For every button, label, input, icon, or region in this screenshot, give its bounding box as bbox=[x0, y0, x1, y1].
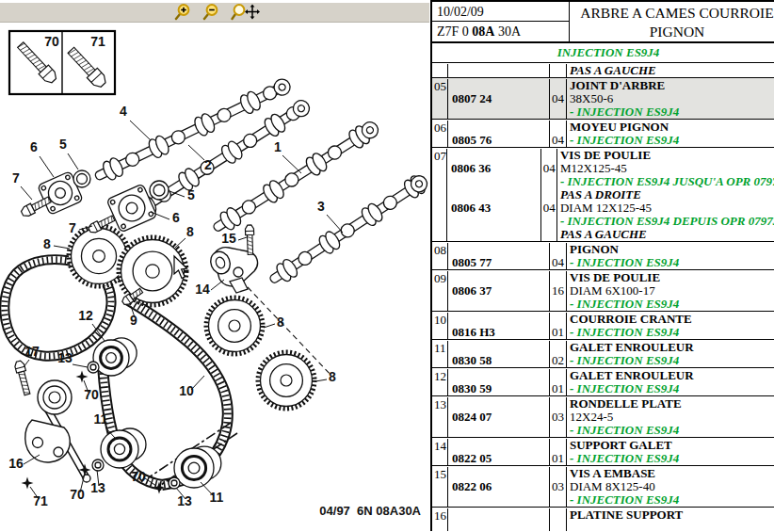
cell-ref: 0805 76 bbox=[448, 121, 550, 147]
variant-band: INJECTION ES9J4 bbox=[432, 43, 774, 63]
callout-label: 15 bbox=[221, 231, 236, 246]
diagram-toolbar bbox=[0, 3, 429, 23]
callout-label: 13 bbox=[177, 493, 192, 508]
zoom-out-icon bbox=[202, 3, 224, 22]
position-marker-star bbox=[22, 477, 34, 490]
cell-desc: PIGNON- INJECTION ES9J4 bbox=[567, 243, 774, 269]
cell-ref bbox=[448, 64, 550, 77]
cell-qty: 04 bbox=[550, 243, 567, 269]
page-title-line1: ARBRE A CAMES COURROIE bbox=[570, 4, 774, 23]
callout-label: 8 bbox=[43, 236, 51, 251]
parts-row[interactable]: 08 0805 77 04PIGNON- INJECTION ES9J4 bbox=[432, 242, 774, 270]
cell-idx: 07 bbox=[432, 149, 447, 241]
parts-row[interactable]: 14 0822 05 01SUPPORT GALET- INJECTION ES… bbox=[432, 438, 774, 466]
cell-idx: 13 bbox=[432, 397, 448, 437]
cell-desc: MOYEU PIGNON- INJECTION ES9J4 bbox=[567, 121, 774, 147]
washer bbox=[169, 477, 180, 489]
cell-qty: 04 bbox=[550, 121, 567, 147]
callout-label: 8 bbox=[277, 314, 284, 330]
bolt bbox=[245, 225, 254, 255]
cell-idx bbox=[432, 64, 448, 77]
cell-ref: 0806 36 0806 43 bbox=[447, 149, 541, 241]
parts-row[interactable]: 09 0806 37 16 VIS DE POULIEDIAM 6X100-17… bbox=[432, 270, 774, 312]
idler-roller bbox=[93, 338, 137, 376]
parts-row[interactable]: 12 0830 59 01GALET ENROULEUR- INJECTION … bbox=[432, 368, 774, 396]
cell-idx: 15 bbox=[432, 467, 448, 507]
callout-label: 12 bbox=[78, 308, 93, 323]
zoom-in-icon bbox=[173, 3, 196, 22]
drawing-reference-code: 04/97 6N 08A30A bbox=[228, 504, 421, 518]
bolt bbox=[14, 360, 32, 395]
idler-roller bbox=[101, 428, 146, 468]
cell-desc: RONDELLE PLATE12X24-5- INJECTION ES9J4 bbox=[567, 397, 774, 437]
callout-label: 3 bbox=[317, 199, 325, 214]
callout-label: 10 bbox=[179, 383, 194, 398]
zoom-pan-icon bbox=[230, 3, 262, 22]
cell-ref: 0822 06 bbox=[448, 467, 550, 507]
code-bold: 08A bbox=[472, 24, 494, 39]
page-title-line2: PIGNON bbox=[570, 23, 774, 41]
toothed-pulley bbox=[206, 298, 263, 354]
zoom-in-button[interactable] bbox=[173, 3, 198, 22]
cell-idx: 10 bbox=[432, 313, 448, 339]
cell-idx: 05 bbox=[432, 79, 448, 119]
cell-qty: 02 bbox=[550, 341, 567, 367]
parts-row[interactable]: 10 0816 H3 01COURROIE CRANTE- INJECTION … bbox=[432, 312, 774, 340]
cell-ref: 0830 58 bbox=[448, 341, 550, 367]
callout-label: 8 bbox=[186, 224, 194, 239]
cell-desc: COURROIE CRANTE- INJECTION ES9J4 bbox=[567, 313, 774, 339]
cell-desc: PLATINE SUPPORT bbox=[567, 508, 774, 531]
parts-catalog-page: 7071465213756788151498812131770101116701… bbox=[0, 0, 774, 532]
cell-desc: GALET ENROULEUR- INJECTION ES9J4 bbox=[567, 341, 774, 367]
position-marker-star bbox=[76, 371, 89, 383]
toothed-pulley bbox=[258, 352, 314, 409]
parts-row[interactable]: 06 0805 76 04MOYEU PIGNON- INJECTION ES9… bbox=[432, 120, 774, 148]
cell-desc: VIS DE POULIEDIAM 6X100-17- INJECTION ES… bbox=[567, 271, 774, 311]
cell-idx: 16 bbox=[432, 508, 448, 531]
document-date: 10/02/09 bbox=[432, 2, 569, 22]
parts-row[interactable]: PAS A GAUCHE bbox=[432, 63, 774, 78]
cell-qty: 01 bbox=[550, 369, 567, 395]
parts-row[interactable]: 07 0806 36 0806 43 04 04 VIS DE POULIEM1… bbox=[432, 148, 774, 242]
callout-label: 16 bbox=[8, 456, 24, 471]
callout-label: 70 bbox=[131, 469, 146, 484]
callout-label: 14 bbox=[195, 282, 210, 297]
parts-row[interactable]: 16 PLATINE SUPPORT bbox=[432, 508, 774, 531]
callout-label: 70 bbox=[84, 387, 99, 402]
code-prefix: Z7F 0 bbox=[437, 24, 472, 39]
cell-qty bbox=[550, 508, 567, 531]
parts-row[interactable]: 11 0830 58 02GALET ENROULEUR- INJECTION … bbox=[432, 340, 774, 368]
cell-desc: GALET ENROULEUR- INJECTION ES9J4 bbox=[567, 369, 774, 395]
cell-qty: 01 bbox=[550, 313, 567, 339]
washer bbox=[92, 459, 104, 471]
callout-label: 71 bbox=[33, 493, 48, 508]
idler-roller bbox=[174, 446, 221, 488]
cell-qty: 16 bbox=[550, 271, 567, 311]
parts-table: 10/02/09 Z7F 0 08A 30A ARBRE A CAMES COU… bbox=[430, 0, 774, 531]
callout-label: 17 bbox=[24, 344, 40, 359]
parts-row[interactable]: 05 0807 24 04 JOINT D'ARBRE38X50-6- INJE… bbox=[432, 78, 774, 120]
callout-label: 5 bbox=[59, 137, 67, 152]
cell-qty: 04 04 bbox=[541, 149, 557, 241]
parts-row[interactable]: 13 0824 07 03 RONDELLE PLATE12X24-5- INJ… bbox=[432, 396, 774, 438]
zoom-out-button[interactable] bbox=[202, 3, 226, 22]
header-left-cell: 10/02/09 Z7F 0 08A 30A bbox=[432, 2, 570, 41]
callout-label: 6 bbox=[172, 210, 180, 225]
cell-idx: 06 bbox=[432, 121, 448, 147]
cell-idx: 12 bbox=[432, 369, 448, 395]
cell-desc: PAS A GAUCHE bbox=[567, 64, 774, 77]
parts-rows: PAS A GAUCHE05 0807 24 04 JOINT D'ARBRE3… bbox=[432, 63, 774, 531]
tensioner-assembly bbox=[25, 380, 90, 482]
cell-idx: 14 bbox=[432, 439, 448, 465]
zoom-pan-button[interactable] bbox=[230, 3, 262, 22]
exploded-view-diagram: 7071465213756788151498812131770101116701… bbox=[0, 0, 429, 532]
parts-row[interactable]: 15 0822 06 03 VIS A EMBASEDIAM 8X125-40-… bbox=[432, 466, 774, 508]
seal-ring bbox=[150, 181, 169, 200]
callout-label: 70 bbox=[70, 487, 85, 502]
cell-idx: 09 bbox=[432, 271, 448, 311]
cell-desc: JOINT D'ARBRE38X50-6- INJECTION ES9J4 bbox=[567, 79, 774, 119]
callout-label: 5 bbox=[187, 187, 195, 202]
callout-label: 13 bbox=[57, 350, 73, 365]
callout-label: 13 bbox=[90, 480, 105, 495]
callout-label: 1 bbox=[274, 139, 282, 154]
